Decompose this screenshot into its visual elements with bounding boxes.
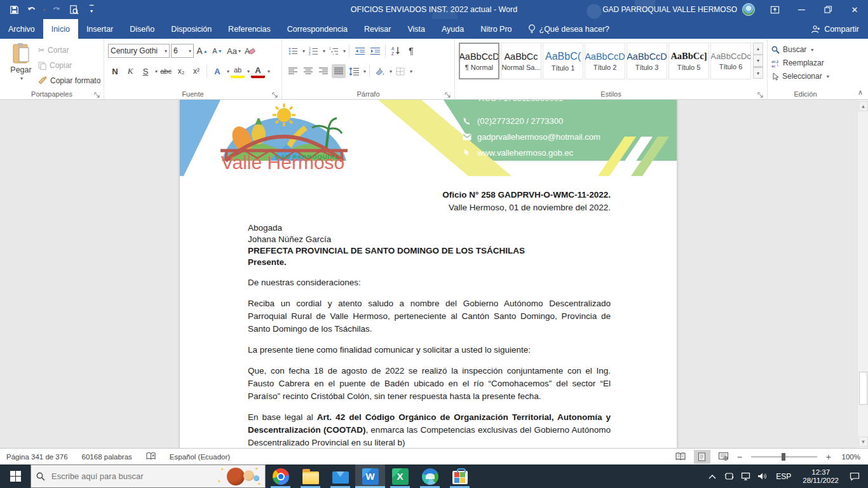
taskbar-word[interactable]: W	[355, 464, 385, 488]
print-preview-icon[interactable]	[66, 2, 81, 17]
clear-formatting-button[interactable]: A	[243, 44, 257, 58]
portapapeles-dialog-launcher-icon[interactable]	[94, 90, 102, 97]
scroll-up-icon[interactable]: ▲	[858, 101, 868, 111]
align-center-button[interactable]	[301, 64, 315, 78]
tab-diseno[interactable]: Diseño	[121, 19, 163, 39]
grow-font-button[interactable]: A▲	[195, 44, 209, 58]
share-button[interactable]: Compartir	[802, 19, 868, 39]
bullet-list-button[interactable]	[286, 44, 300, 58]
change-case-button[interactable]: Aa▾	[226, 44, 242, 58]
undo-caret-icon[interactable]: ▾	[43, 7, 46, 13]
tab-ayuda[interactable]: Ayuda	[433, 19, 472, 39]
taskbar-edge[interactable]	[415, 464, 445, 488]
taskbar-store[interactable]	[445, 464, 475, 488]
document-page[interactable]: Valle Hermoso GAD PARROQUIAL RUC : 17681…	[180, 100, 677, 448]
subscript-button[interactable]: x₂	[174, 64, 188, 78]
font-size-combo[interactable]: 6 ▾	[171, 44, 194, 58]
style-titulo-6[interactable]: AaBbCcDc Título 6	[710, 43, 751, 79]
style-titulo-5[interactable]: AaBbCc] Título 5	[668, 43, 709, 79]
save-icon[interactable]	[6, 2, 22, 17]
decrease-indent-button[interactable]	[353, 44, 367, 58]
font-color-button[interactable]: A	[251, 64, 265, 78]
tab-revisar[interactable]: Revisar	[356, 19, 399, 39]
numbered-caret-icon[interactable]: ▾	[323, 48, 325, 54]
undo-button[interactable]	[24, 2, 39, 17]
font-color-caret-icon[interactable]: ▾	[268, 69, 270, 74]
language-indicator[interactable]: Español (Ecuador)	[170, 453, 230, 461]
tab-insertar[interactable]: Insertar	[78, 19, 121, 39]
font-name-combo[interactable]: Century Gothi ▾	[108, 44, 170, 58]
style-normal[interactable]: AaBbCcD ¶ Normal	[459, 43, 499, 79]
taskbar-file-explorer[interactable]	[295, 464, 325, 488]
ribbon-display-options-icon[interactable]	[761, 0, 788, 19]
taskbar-mail[interactable]	[325, 464, 355, 488]
underline-caret-icon[interactable]: ▾	[155, 69, 158, 74]
tab-correspondencia[interactable]: Correspondencia	[279, 19, 356, 39]
zoom-percentage[interactable]: 100%	[836, 453, 860, 461]
scrollbar-thumb[interactable]	[859, 372, 867, 405]
shrink-font-button[interactable]: A▼	[210, 44, 224, 58]
zoom-in-button[interactable]: +	[826, 452, 831, 462]
tray-chevron-icon[interactable]	[705, 464, 720, 488]
tab-nitro-pro[interactable]: Nitro Pro	[472, 19, 520, 39]
close-button[interactable]: ✕	[841, 0, 868, 19]
numbered-list-button[interactable]: 123	[306, 44, 320, 58]
tell-me-box[interactable]: ¿Qué desea hacer?	[520, 19, 618, 39]
style-normal-sa[interactable]: AaBbCc Normal Sa...	[501, 43, 541, 79]
borders-button[interactable]	[393, 64, 407, 78]
search-input[interactable]	[51, 471, 198, 481]
tab-vista[interactable]: Vista	[399, 19, 433, 39]
italic-button[interactable]: K	[123, 64, 137, 78]
network-icon[interactable]	[738, 464, 753, 488]
clock[interactable]: 12:37 28/11/2022	[797, 468, 844, 485]
multilevel-list-button[interactable]: 1ai	[327, 44, 341, 58]
collapse-ribbon-icon[interactable]: ∧	[858, 88, 863, 97]
paste-button[interactable]: Pegar ▾	[4, 43, 38, 88]
input-language[interactable]: ESP	[771, 472, 796, 481]
line-spacing-caret-icon[interactable]: ▾	[363, 69, 366, 74]
highlight-caret-icon[interactable]: ▾	[247, 69, 250, 74]
borders-caret-icon[interactable]: ▾	[410, 69, 412, 74]
account-avatar[interactable]	[742, 3, 755, 16]
letter-body[interactable]: Oficio N° 258 GADPRVH-O-WMC-11-2022. Val…	[180, 176, 677, 448]
multilevel-caret-icon[interactable]: ▾	[343, 48, 346, 54]
estilos-dialog-launcher-icon[interactable]	[757, 90, 765, 97]
word-count[interactable]: 60168 palabras	[82, 453, 132, 461]
restore-button[interactable]	[815, 0, 841, 19]
align-right-button[interactable]	[316, 64, 330, 78]
bullet-caret-icon[interactable]: ▾	[302, 48, 305, 54]
style-titulo-2[interactable]: AaBbCcD Título 2	[585, 43, 625, 79]
zoom-out-button[interactable]: −	[737, 452, 742, 462]
document-scrollbar[interactable]: ▲ ▼	[857, 100, 868, 448]
find-button[interactable]: Buscar▾	[771, 43, 841, 56]
zoom-slider-thumb[interactable]	[782, 453, 785, 461]
strikethrough-button[interactable]: abc	[159, 64, 173, 78]
styles-more-icon[interactable]: ▾	[753, 67, 763, 79]
print-layout-button[interactable]	[694, 450, 710, 464]
bold-button[interactable]: N	[108, 64, 122, 78]
line-spacing-button[interactable]	[347, 64, 361, 78]
text-effects-caret-icon[interactable]: ▾	[227, 69, 229, 74]
shading-caret-icon[interactable]: ▾	[390, 69, 392, 74]
parrafo-dialog-launcher-icon[interactable]	[445, 90, 452, 97]
align-left-button[interactable]	[286, 64, 300, 78]
taskbar-search[interactable]: ✦ ✦ ✦ ✦	[31, 464, 266, 488]
scroll-down-icon[interactable]: ▼	[858, 437, 868, 447]
web-layout-button[interactable]	[715, 450, 732, 464]
tray-display-icon[interactable]	[721, 464, 736, 488]
shading-button[interactable]	[373, 64, 387, 78]
fuente-dialog-launcher-icon[interactable]	[272, 90, 280, 97]
action-center-icon[interactable]	[845, 464, 864, 488]
account-name[interactable]: GAD PARROQUIAL VALLE HERMOSO	[602, 5, 737, 14]
highlight-button[interactable]: ab	[231, 64, 245, 78]
underline-button[interactable]: S	[139, 64, 153, 78]
tab-disposicion[interactable]: Disposición	[163, 19, 220, 39]
styles-scroll-up-icon[interactable]: ▴	[753, 43, 763, 55]
justify-button[interactable]	[332, 64, 346, 78]
text-effects-button[interactable]: A	[210, 64, 224, 78]
show-marks-button[interactable]: ¶	[404, 44, 418, 58]
increase-indent-button[interactable]	[368, 44, 382, 58]
minimize-button[interactable]	[788, 0, 815, 19]
superscript-button[interactable]: x²	[189, 64, 203, 78]
style-titulo-1[interactable]: AaBbC( Título 1	[543, 43, 583, 79]
